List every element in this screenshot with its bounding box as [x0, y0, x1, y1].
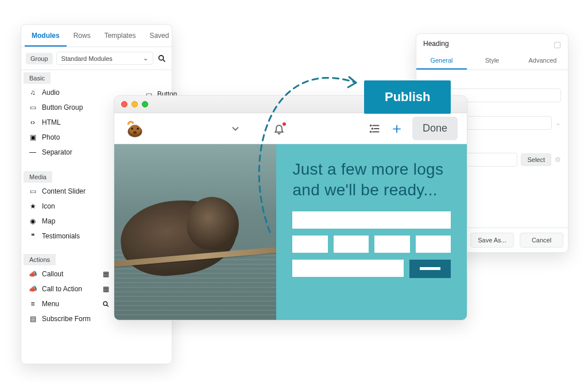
- section-basic-title: Basic: [24, 72, 51, 84]
- slider-icon: ▭: [28, 187, 37, 195]
- form-field-2b[interactable]: [334, 236, 369, 253]
- menu-icon: ≡: [28, 300, 37, 308]
- hero-right: Just a few more logs and we'll be ready.…: [276, 144, 467, 320]
- page-content: Just a few more logs and we'll be ready.…: [114, 144, 467, 320]
- svg-point-14: [370, 131, 372, 132]
- grid-icon-2: ▦: [101, 270, 110, 278]
- select-button[interactable]: Select: [521, 153, 551, 166]
- form-icon: ▤: [28, 315, 37, 323]
- group-row: Group Standard Modules ⌄: [21, 47, 172, 70]
- chevron-down-icon-3[interactable]: [230, 123, 241, 134]
- settings-tabs: General Style Advanced: [416, 52, 568, 70]
- photo-icon: ▣: [28, 133, 37, 141]
- module-cta[interactable]: 📣Call to Action: [24, 281, 96, 296]
- submit-button[interactable]: [409, 260, 451, 278]
- music-icon: ♫: [28, 88, 37, 97]
- publish-badge[interactable]: Publish: [364, 80, 451, 114]
- close-icon[interactable]: [121, 101, 127, 107]
- star-icon: ★: [28, 202, 37, 210]
- tab-saved[interactable]: Saved: [142, 25, 176, 47]
- code-icon: ‹›: [28, 118, 37, 126]
- section-actions-title: Actions: [24, 254, 56, 265]
- builder-toolbar: ＋ Done: [114, 113, 467, 144]
- chevron-down-icon: ⌄: [143, 55, 148, 62]
- svg-point-7: [137, 128, 139, 130]
- svg-line-3: [107, 305, 109, 307]
- form-field-3[interactable]: [292, 260, 404, 277]
- quote-icon: ❝: [28, 232, 37, 240]
- tab-general[interactable]: General: [416, 52, 467, 70]
- hero-image: [114, 144, 276, 320]
- expand-icon[interactable]: ▢: [554, 40, 561, 49]
- tab-templates[interactable]: Templates: [98, 25, 143, 47]
- separator-icon: —: [28, 148, 37, 156]
- svg-point-12: [370, 125, 372, 126]
- minimize-icon[interactable]: [131, 101, 138, 107]
- group-select[interactable]: Standard Modules ⌄: [56, 52, 153, 65]
- done-button[interactable]: Done: [412, 117, 458, 140]
- chevron-down-icon-2: ⌄: [555, 119, 561, 127]
- module-subscribe-form[interactable]: ▤Subscribe Form: [24, 311, 96, 326]
- tab-modules[interactable]: Modules: [25, 25, 67, 47]
- save-as-button[interactable]: Save As...: [470, 233, 514, 248]
- megaphone-icon: 📣: [28, 270, 37, 278]
- gear-icon[interactable]: ⚙: [555, 156, 561, 164]
- maximize-icon[interactable]: [142, 101, 148, 107]
- tab-advanced[interactable]: Advanced: [517, 52, 568, 70]
- form-mock: [292, 211, 451, 278]
- svg-point-6: [131, 128, 133, 130]
- beaver-logo-icon[interactable]: [123, 117, 146, 140]
- megaphone-icon-2: 📣: [28, 285, 37, 293]
- svg-point-13: [372, 128, 373, 129]
- svg-point-8: [133, 131, 137, 134]
- grid-icon-3: ▦: [101, 285, 110, 293]
- svg-point-2: [103, 302, 107, 306]
- form-field-1[interactable]: [292, 211, 451, 229]
- settings-title: Heading: [423, 40, 449, 49]
- svg-point-0: [159, 55, 164, 60]
- tab-rows[interactable]: Rows: [67, 25, 98, 47]
- form-field-2a[interactable]: [292, 236, 327, 253]
- svg-line-1: [163, 60, 165, 61]
- section-media-title: Media: [24, 171, 52, 183]
- cancel-button[interactable]: Cancel: [520, 233, 563, 248]
- search-icon-2: [101, 300, 110, 308]
- add-icon[interactable]: ＋: [389, 118, 404, 138]
- browser-window: ＋ Done Just a few more logs and we'll be…: [114, 95, 467, 321]
- form-field-2c[interactable]: [374, 236, 409, 253]
- module-callout[interactable]: 📣Callout: [24, 267, 96, 281]
- pin-icon: ◉: [28, 217, 37, 225]
- button-group-icon: ▭: [28, 103, 37, 111]
- group-label: Group: [26, 53, 53, 64]
- form-field-2d[interactable]: [416, 236, 451, 253]
- bell-icon[interactable]: [273, 123, 285, 134]
- module-menu[interactable]: ≡Menu: [24, 296, 96, 311]
- group-select-value: Standard Modules: [61, 55, 113, 62]
- sidebar-tabs: Modules Rows Templates Saved: [21, 25, 172, 47]
- tab-style[interactable]: Style: [467, 52, 517, 70]
- hero-heading: Just a few more logs and we'll be ready.…: [292, 159, 451, 201]
- search-icon[interactable]: [157, 53, 167, 64]
- outline-icon[interactable]: [369, 122, 381, 135]
